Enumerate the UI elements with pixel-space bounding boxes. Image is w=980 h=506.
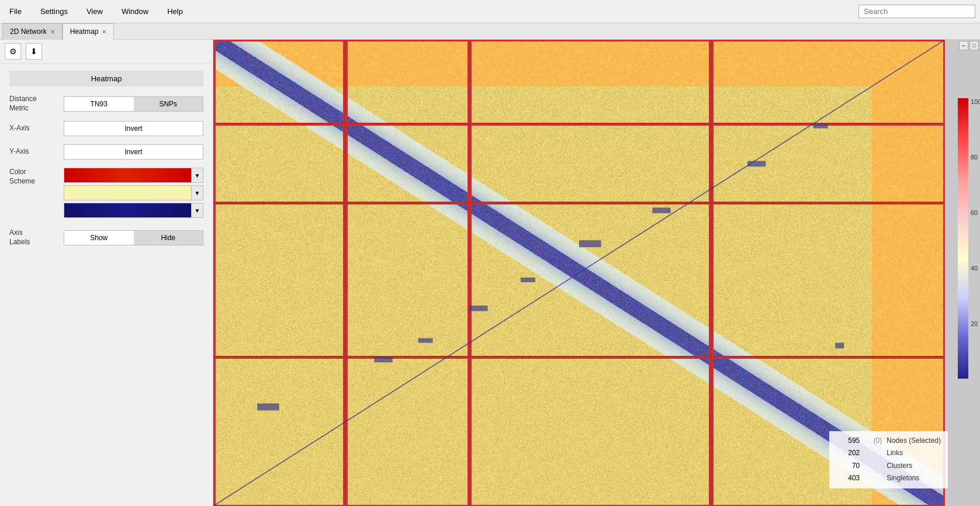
- menu-settings[interactable]: Settings: [36, 5, 72, 18]
- axis-labels-label: AxisLabels: [9, 228, 59, 247]
- scale-label-100: 100: [971, 98, 980, 105]
- stats-nodes-selected: (0): [864, 435, 882, 448]
- scale-label-80: 80: [971, 154, 978, 161]
- color-scheme-widget: ▼ ▼ ▼: [64, 168, 203, 220]
- stats-singletons-row: 403 Singletons: [836, 472, 941, 485]
- stats-nodes-count: 595: [836, 435, 860, 448]
- stats-clusters-row: 70 Clusters: [836, 460, 941, 473]
- menu-file[interactable]: File: [5, 5, 26, 18]
- color-scale: 100 80 60 40 20: [958, 98, 968, 402]
- stats-clusters-empty: [864, 460, 882, 473]
- distance-metric-label: DistanceMetric: [9, 95, 59, 113]
- stats-nodes-label: Nodes (Selected): [886, 435, 941, 448]
- minimize-button[interactable]: ─: [959, 41, 968, 50]
- axis-labels-widget: Show Hide: [64, 230, 203, 245]
- color-swatch-blue-row[interactable]: ▼: [64, 203, 203, 218]
- color-swatch-red-row[interactable]: ▼: [64, 168, 203, 183]
- color-swatch-red-arrow[interactable]: ▼: [191, 168, 203, 182]
- y-axis-row: Y-Axis Invert: [9, 144, 203, 160]
- axis-labels-hide[interactable]: Hide: [134, 231, 203, 245]
- content-area: Network 100 80 60 40 20 595 (0) Nodes (S…: [213, 40, 980, 506]
- scale-label-40: 40: [971, 265, 978, 272]
- download-button[interactable]: ⬇: [26, 43, 42, 60]
- axis-labels-group: Show Hide: [64, 230, 203, 245]
- color-swatch-blue: [64, 203, 191, 217]
- tab-heatmap-label: Heatmap: [70, 27, 99, 36]
- left-panel: ⚙ ⬇ Heatmap DistanceMetric TN93 SNPs: [0, 40, 213, 506]
- stats-nodes-row: 595 (0) Nodes (Selected): [836, 435, 941, 448]
- stats-singletons-label: Singletons: [886, 472, 919, 485]
- y-axis-label: Y-Axis: [9, 147, 59, 157]
- stats-links-empty: [864, 447, 882, 460]
- menu-help[interactable]: Help: [162, 5, 188, 18]
- tab-2d-network-close[interactable]: ✕: [50, 29, 55, 35]
- panel-toolbar: ⚙ ⬇: [0, 40, 213, 64]
- stats-clusters-count: 70: [836, 460, 860, 473]
- window-controls: ─ □: [958, 40, 980, 51]
- axis-labels-row: AxisLabels Show Hide: [9, 228, 203, 247]
- color-scheme-label: ColorScheme: [9, 168, 59, 186]
- download-icon: ⬇: [30, 47, 37, 56]
- tab-heatmap-close[interactable]: ✕: [102, 29, 106, 35]
- color-swatch-blue-arrow[interactable]: ▼: [191, 203, 203, 217]
- color-swatch-yellow-arrow[interactable]: ▼: [191, 186, 203, 200]
- y-axis-invert-button[interactable]: Invert: [64, 144, 203, 160]
- axis-labels-show[interactable]: Show: [64, 231, 134, 245]
- tab-2d-network[interactable]: 2D Network ✕: [2, 23, 63, 40]
- scale-label-60: 60: [971, 209, 978, 216]
- menu-window[interactable]: Window: [117, 5, 153, 18]
- color-swatch-yellow-row[interactable]: ▼: [64, 185, 203, 200]
- settings-icon: ⚙: [9, 47, 17, 56]
- stats-singletons-count: 403: [836, 472, 860, 485]
- tab-bar: 2D Network ✕ Heatmap ✕: [0, 23, 980, 40]
- menu-bar: File Settings View Window Help: [0, 0, 980, 23]
- scale-label-20: 20: [971, 320, 978, 327]
- settings-button[interactable]: ⚙: [5, 43, 21, 60]
- panel-content: Heatmap DistanceMetric TN93 SNPs X-Axis …: [0, 64, 213, 506]
- search-input[interactable]: [858, 5, 975, 18]
- stats-links-label: Links: [886, 447, 903, 460]
- menu-view[interactable]: View: [82, 5, 108, 18]
- stats-panel: 595 (0) Nodes (Selected) 202 Links 70 Cl…: [829, 431, 948, 488]
- color-swatch-yellow: [64, 186, 191, 200]
- stats-links-row: 202 Links: [836, 447, 941, 460]
- x-axis-row: X-Axis Invert: [9, 121, 203, 136]
- tab-heatmap[interactable]: Heatmap ✕: [63, 23, 115, 40]
- btn-snps[interactable]: SNPs: [134, 97, 203, 111]
- stats-links-count: 202: [836, 447, 860, 460]
- x-axis-label: X-Axis: [9, 124, 59, 133]
- distance-metric-widget: TN93 SNPs: [64, 96, 203, 112]
- stats-clusters-label: Clusters: [886, 460, 912, 473]
- restore-button[interactable]: □: [969, 41, 979, 50]
- stats-singletons-empty: [864, 472, 882, 485]
- x-axis-invert-button[interactable]: Invert: [64, 121, 203, 136]
- main-layout: ⚙ ⬇ Heatmap DistanceMetric TN93 SNPs: [0, 40, 980, 506]
- color-swatch-red: [64, 168, 191, 182]
- btn-tn93[interactable]: TN93: [64, 97, 134, 111]
- tab-2d-network-label: 2D Network: [10, 27, 47, 36]
- y-axis-widget: Invert: [64, 144, 203, 160]
- color-scale-bar: [958, 98, 968, 379]
- x-axis-widget: Invert: [64, 121, 203, 136]
- distance-metric-group: TN93 SNPs: [64, 96, 203, 112]
- color-scheme-row: ColorScheme ▼ ▼ ▼: [9, 168, 203, 220]
- heatmap-section-title: Heatmap: [9, 71, 203, 86]
- distance-metric-row: DistanceMetric TN93 SNPs: [9, 95, 203, 113]
